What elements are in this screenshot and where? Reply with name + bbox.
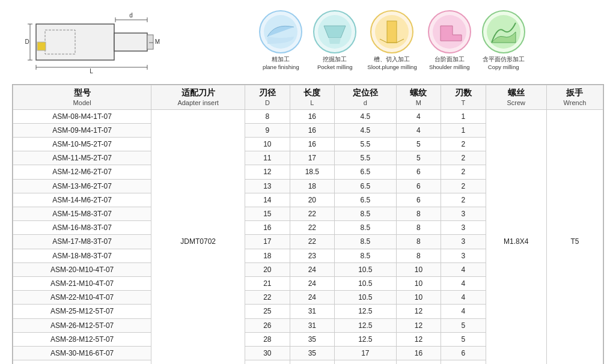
- cell-d: 11: [245, 151, 290, 165]
- cell-model: ASM-22-M10-4T-07: [13, 291, 151, 305]
- cell-d: 25: [245, 305, 290, 318]
- icon-label-shoulder-milling: 台阶面加工 Shoulder milling: [429, 56, 470, 71]
- cell-d: 22: [245, 291, 290, 305]
- cell-d-small: 8.5: [335, 221, 397, 235]
- cell-d-small: 12.5: [335, 318, 397, 332]
- cell-model: ASM-18-M8-3T-07: [13, 249, 151, 262]
- cell-adapter-insert: JDMT0702: [151, 109, 245, 364]
- cell-m: 10: [396, 276, 441, 290]
- cell-l: 24: [290, 276, 334, 290]
- col-m: 螺纹 M: [396, 85, 441, 110]
- icon-label-copy-milling: 含平面仿形加工 Copy milling: [483, 56, 525, 71]
- cell-t: 3: [441, 235, 486, 249]
- cell-m: 6: [396, 165, 441, 179]
- cell-t: 4: [441, 291, 486, 305]
- cell-m: 5: [396, 138, 441, 151]
- cell-t: 4: [441, 276, 486, 290]
- cell-t: 2: [441, 151, 486, 165]
- top-section: d D L M: [12, 6, 604, 78]
- cell-m: 8: [396, 235, 441, 249]
- icon-sloot-plunge: 槽、切入加工 Sloot.plunge milling: [367, 10, 416, 71]
- cell-m: 10: [396, 262, 441, 276]
- cell-t: 5: [441, 318, 486, 332]
- cell-m: 12: [396, 332, 441, 346]
- col-adapter-en: Adapter insert: [154, 99, 242, 108]
- data-table: 型号 Model 适配刀片 Adapter insert 刃径 D 长度 L: [13, 85, 603, 364]
- cell-t: 3: [441, 249, 486, 262]
- cell-d: 20: [245, 262, 290, 276]
- col-l-zh: 长度: [293, 87, 332, 99]
- cell-l: 18: [290, 179, 334, 193]
- cell-t: 3: [441, 207, 486, 221]
- cell-l: 22: [290, 221, 334, 235]
- cell-d-small: 10.5: [335, 276, 397, 290]
- cell-l: 35: [290, 360, 334, 364]
- cell-l: 23: [290, 249, 334, 262]
- cell-d: 18: [245, 249, 290, 262]
- table-row: ASM-08-M4-1T-07JDMT07028164.541M1.8X4T5: [13, 109, 603, 123]
- cell-d: 17: [245, 235, 290, 249]
- col-screw: 螺丝 Screw: [486, 85, 546, 110]
- cell-d-small: 8.5: [335, 249, 397, 262]
- col-wrench: 扳手 Wrench: [546, 85, 603, 110]
- col-d: 刃径 D: [245, 85, 290, 110]
- cell-l: 16: [290, 123, 334, 137]
- cell-t: 5: [441, 332, 486, 346]
- cell-t: 2: [441, 193, 486, 207]
- col-model-en: Model: [16, 99, 148, 108]
- cell-screw: M1.8X4: [486, 109, 546, 364]
- col-wrench-en: Wrench: [549, 99, 600, 108]
- table-wrap: 型号 Model 适配刀片 Adapter insert 刃径 D 长度 L: [12, 84, 604, 364]
- col-l: 长度 L: [290, 85, 334, 110]
- col-screw-en: Screw: [489, 99, 544, 108]
- cell-d: 21: [245, 276, 290, 290]
- cell-l: 24: [290, 291, 334, 305]
- cell-d: 32: [245, 360, 290, 364]
- cell-d-small: 10.5: [335, 262, 397, 276]
- col-screw-zh: 螺丝: [489, 87, 544, 99]
- cell-d-small: 6.5: [335, 193, 397, 207]
- col-ds-zh: 定位径: [337, 87, 394, 99]
- cell-m: 16: [396, 360, 441, 364]
- svg-rect-2: [37, 42, 46, 50]
- cell-d: 30: [245, 346, 290, 360]
- cell-d: 28: [245, 332, 290, 346]
- cell-d-small: 12.5: [335, 305, 397, 318]
- col-adapter-zh: 适配刀片: [154, 87, 242, 99]
- cell-d-small: 4.5: [335, 109, 397, 123]
- cell-t: 2: [441, 165, 486, 179]
- cell-m: 10: [396, 291, 441, 305]
- table-body: ASM-08-M4-1T-07JDMT07028164.541M1.8X4T5A…: [13, 109, 603, 364]
- cell-l: 20: [290, 193, 334, 207]
- cell-l: 22: [290, 207, 334, 221]
- icon-label-sloot-plunge: 槽、切入加工 Sloot.plunge milling: [367, 56, 416, 71]
- cell-m: 4: [396, 123, 441, 137]
- col-t-en: T: [444, 99, 483, 108]
- icon-pocket-milling: 挖掘加工 Pocket milling: [313, 10, 356, 71]
- cell-l: 16: [290, 109, 334, 123]
- cell-l: 31: [290, 305, 334, 318]
- cell-d: 12: [245, 165, 290, 179]
- cell-model: ASM-13-M6-2T-07: [13, 179, 151, 193]
- icon-plane-finishing: 精加工 plane finishing: [259, 10, 302, 71]
- cell-model: ASM-10-M5-2T-07: [13, 138, 151, 151]
- col-model: 型号 Model: [13, 85, 151, 110]
- cell-m: 6: [396, 179, 441, 193]
- col-d-small: 定位径 d: [335, 85, 397, 110]
- cell-t: 1: [441, 123, 486, 137]
- icon-label-plane-finishing: 精加工 plane finishing: [263, 56, 299, 71]
- cell-model: ASM-20-M10-4T-07: [13, 262, 151, 276]
- cell-d: 26: [245, 318, 290, 332]
- svg-text:d: d: [129, 12, 133, 19]
- cell-model: ASM-15-M8-3T-07: [13, 207, 151, 221]
- cell-d-small: 17: [335, 360, 397, 364]
- cell-model: ASM-30-M16-6T-07: [13, 346, 151, 360]
- col-d-zh: 刃径: [248, 87, 287, 99]
- icon-copy-milling: 含平面仿形加工 Copy milling: [482, 10, 525, 71]
- cell-m: 8: [396, 249, 441, 262]
- cell-t: 2: [441, 179, 486, 193]
- col-model-zh: 型号: [16, 87, 148, 99]
- cell-m: 6: [396, 193, 441, 207]
- cell-model: ASM-26-M12-5T-07: [13, 318, 151, 332]
- cell-t: 3: [441, 221, 486, 235]
